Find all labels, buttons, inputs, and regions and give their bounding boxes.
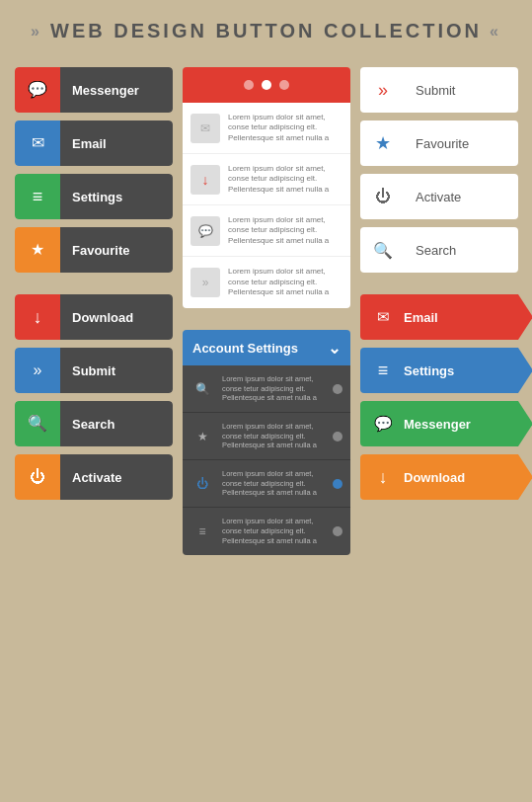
messenger-arrow-tip: [518, 401, 532, 446]
download-arrow-button[interactable]: ↓ Download: [360, 454, 518, 500]
submit-white-button[interactable]: » Submit: [360, 67, 518, 113]
mid-bottom-card: Account Settings ⌄ 🔍 Lorem ipsum dolor s…: [183, 330, 350, 555]
mid-row-1: ✉ Lorem ipsum dolor sit amet, conse tetu…: [183, 103, 350, 154]
account-row-1-icon: 🔍: [190, 377, 214, 401]
activate-button[interactable]: ⏻ Activate: [15, 454, 173, 500]
mid-row-2: ↓ Lorem ipsum dolor sit amet, conse tetu…: [183, 154, 350, 205]
mid-row-2-icon: ↓: [190, 165, 220, 195]
left-chevron-icon: »: [31, 23, 42, 40]
email-arrow-icon: ✉: [377, 308, 390, 326]
search-button[interactable]: 🔍 Search: [15, 401, 173, 446]
account-settings-title: Account Settings: [192, 341, 298, 356]
email-arrow-tip: [518, 294, 532, 340]
mid-row-3-icon: 💬: [190, 216, 220, 246]
search-white-label: Search: [406, 243, 456, 258]
account-settings-header[interactable]: Account Settings ⌄: [183, 330, 350, 365]
account-row-2: ★ Lorem ipsum dolor sit amet, conse tetu…: [183, 413, 350, 460]
account-row-3-icon: ⏻: [190, 472, 214, 496]
submit-icon: »: [15, 348, 60, 393]
email-button[interactable]: ✉ Email: [15, 120, 173, 166]
mid-top-card: ✉ Lorem ipsum dolor sit amet, conse tetu…: [183, 67, 350, 308]
search-icon: 🔍: [15, 401, 60, 446]
messenger-button[interactable]: 💬 Messenger: [15, 67, 173, 113]
email-arrow-button[interactable]: ✉ Email: [360, 294, 518, 340]
row-dot-3: [333, 479, 342, 489]
favourite-white-button[interactable]: ★ Favourite: [360, 120, 518, 166]
activate-white-label: Activate: [406, 190, 461, 204]
mid-row-3: 💬 Lorem ipsum dolor sit amet, conse tetu…: [183, 205, 350, 257]
activate-white-button[interactable]: ⏻ Activate: [360, 174, 518, 219]
email-icon: ✉: [15, 120, 60, 166]
row-dot-2: [333, 432, 342, 441]
download-icon: ↓: [15, 294, 60, 340]
mid-card-header: [183, 67, 350, 103]
account-row-4-icon: ≡: [190, 520, 214, 543]
submit-label: Submit: [60, 348, 173, 393]
account-row-4: ≡ Lorem ipsum dolor sit amet, conse tetu…: [183, 508, 350, 555]
submit-white-icon: »: [360, 67, 406, 113]
messenger-arrow-button[interactable]: 💬 Messenger: [360, 401, 518, 446]
messenger-arrow-label: Messenger: [404, 417, 471, 432]
favourite-white-label: Favourite: [406, 136, 469, 151]
download-arrow-tip: [518, 454, 532, 500]
messenger-label: Messenger: [60, 67, 173, 113]
download-button[interactable]: ↓ Download: [15, 294, 173, 340]
chevron-down-icon: ⌄: [328, 339, 341, 358]
download-label: Download: [60, 294, 173, 340]
dot-2: [262, 80, 271, 90]
favourite-button[interactable]: ★ Favourite: [15, 227, 173, 273]
messenger-icon: 💬: [15, 67, 60, 113]
mid-row-4-icon: »: [190, 268, 220, 297]
row-dot-1: [333, 384, 342, 394]
favourite-icon: ★: [15, 227, 60, 273]
settings-button[interactable]: ≡ Settings: [15, 174, 173, 219]
email-arrow-label: Email: [404, 310, 438, 325]
settings-arrow-label: Settings: [404, 363, 454, 378]
download-arrow-label: Download: [404, 470, 465, 485]
download-arrow-icon: ↓: [379, 467, 388, 488]
settings-icon: ≡: [15, 174, 60, 219]
settings-arrow-icon: ≡: [378, 361, 389, 381]
search-white-button[interactable]: 🔍 Search: [360, 227, 518, 273]
account-row-2-icon: ★: [190, 425, 214, 448]
mid-row-4: » Lorem ipsum dolor sit amet, conse tetu…: [183, 257, 350, 308]
activate-white-icon: ⏻: [360, 174, 406, 219]
activate-label: Activate: [60, 454, 173, 500]
right-chevron-icon: «: [490, 23, 501, 40]
favourite-label: Favourite: [60, 227, 173, 273]
dot-3: [279, 80, 289, 90]
submit-button[interactable]: » Submit: [15, 348, 173, 393]
favourite-white-icon: ★: [360, 120, 406, 166]
row-dot-4: [333, 526, 342, 536]
account-row-1: 🔍 Lorem ipsum dolor sit amet, conse tetu…: [183, 365, 350, 413]
activate-icon: ⏻: [15, 454, 60, 500]
submit-white-label: Submit: [406, 83, 455, 98]
mid-row-1-icon: ✉: [190, 114, 220, 143]
page-title: » WEB DESIGN BUTTON COLLECTION «: [15, 20, 517, 42]
email-label: Email: [60, 120, 173, 166]
settings-label: Settings: [60, 174, 173, 219]
search-white-icon: 🔍: [360, 227, 406, 273]
account-row-3: ⏻ Lorem ipsum dolor sit amet, conse tetu…: [183, 460, 350, 508]
messenger-arrow-icon: 💬: [374, 415, 393, 433]
search-label: Search: [60, 401, 173, 446]
dot-1: [244, 80, 254, 90]
settings-arrow-tip: [518, 348, 532, 393]
settings-arrow-button[interactable]: ≡ Settings: [360, 348, 518, 393]
